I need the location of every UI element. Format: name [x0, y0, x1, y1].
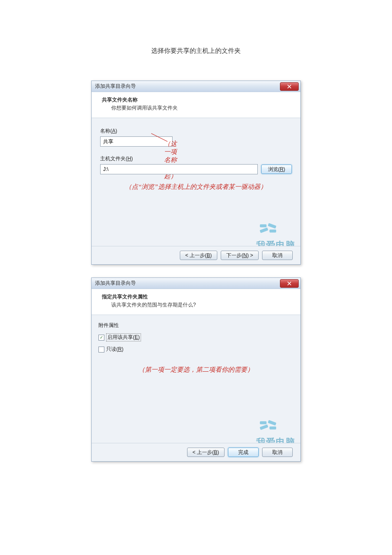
close-button[interactable]	[280, 82, 299, 91]
finish-button[interactable]: 完成	[228, 448, 259, 457]
svg-rect-5	[260, 421, 267, 424]
readonly-checkbox[interactable]	[98, 347, 104, 353]
wizard-dialog-1: 添加共享目录向导 共享文件夹名称 你想要如何调用该共享文件夹 名称(A) （这一…	[91, 81, 301, 265]
svg-rect-6	[268, 420, 276, 425]
watermark-logo-icon	[257, 414, 279, 436]
close-icon	[287, 281, 291, 286]
host-folder-input[interactable]	[100, 164, 258, 174]
name-input[interactable]	[100, 136, 173, 147]
enable-share-row[interactable]: 启用该共享(E)	[98, 333, 294, 341]
wizard-header-title: 指定共享文件夹属性	[102, 293, 290, 301]
close-button[interactable]	[280, 279, 299, 288]
readonly-row[interactable]: 只读(R)	[98, 346, 294, 353]
titlebar: 添加共享目录向导	[92, 278, 300, 289]
svg-rect-8	[269, 426, 276, 429]
enable-share-label: 启用该共享(E)	[106, 333, 141, 341]
enable-share-checkbox[interactable]	[98, 335, 104, 341]
back-button[interactable]: < 上一步(B)	[180, 251, 217, 260]
wizard-dialog-2: 添加共享目录向导 指定共享文件夹属性 该共享文件夹的范围与生存期是什么? 附件属…	[91, 278, 301, 462]
browse-annotation: （点“浏览”选择主机上的文件夹或者某一驱动器）	[100, 183, 292, 191]
wizard-header-title: 共享文件夹名称	[102, 96, 290, 104]
cancel-button[interactable]: 取消	[262, 448, 293, 457]
wizard-header: 共享文件夹名称 你想要如何调用该共享文件夹	[92, 92, 300, 118]
back-button[interactable]: < 上一步(B)	[187, 448, 225, 457]
svg-rect-3	[259, 228, 268, 233]
cancel-button[interactable]: 取消	[262, 251, 293, 260]
close-icon	[287, 84, 291, 89]
watermark-logo-icon	[257, 217, 279, 239]
name-label: 名称(A)	[100, 127, 173, 135]
window-title: 添加共享目录向导	[95, 280, 136, 287]
next-button[interactable]: 下一步(N) >	[221, 251, 259, 260]
wizard-footer: < 上一步(B) 下一步(N) > 取消	[92, 246, 300, 264]
wizard-header: 指定共享文件夹属性 该共享文件夹的范围与生存期是什么?	[92, 289, 300, 315]
host-folder-label: 主机文件夹(H)	[100, 155, 292, 162]
svg-rect-4	[269, 229, 276, 232]
svg-rect-1	[260, 224, 267, 227]
wizard-header-subtitle: 该共享文件夹的范围与生存期是什么?	[102, 301, 290, 309]
wizard-footer: < 上一步(B) 完成 取消	[92, 443, 300, 461]
attributes-annotation: （第一项一定要选，第二项看你的需要）	[98, 366, 294, 374]
browse-button[interactable]: 浏览(R)	[261, 165, 292, 174]
wizard-header-subtitle: 你想要如何调用该共享文件夹	[102, 104, 290, 112]
readonly-label: 只读(R)	[106, 346, 124, 353]
svg-rect-7	[259, 425, 268, 430]
titlebar: 添加共享目录向导	[92, 81, 300, 92]
page-caption: 选择你要共享的主机上的文件夹	[91, 47, 301, 55]
attributes-title: 附件属性	[98, 322, 294, 329]
window-title: 添加共享目录向导	[95, 83, 136, 90]
svg-rect-2	[268, 223, 276, 228]
